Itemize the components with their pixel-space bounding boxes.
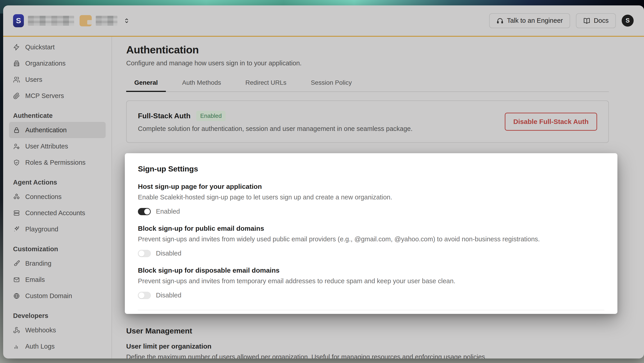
sidebar-section-authenticate: Authenticate: [9, 111, 106, 120]
tab-auth-methods[interactable]: Auth Methods: [174, 76, 229, 92]
sidebar-item-label: Authentication: [25, 126, 67, 134]
sidebar-section-agent-actions: Agent Actions: [9, 177, 106, 187]
sidebar-item-label: Auth Logs: [25, 343, 55, 350]
lock-icon: [13, 127, 20, 134]
sidebar-item-branding[interactable]: Branding: [9, 255, 106, 272]
workspace-switcher[interactable]: [123, 17, 130, 24]
setting-host-sign-up-page-for-your-application: Host sign-up page for your applicationEn…: [138, 183, 604, 215]
toggle-knob: [138, 250, 144, 256]
toggle-knob: [138, 292, 144, 298]
environment-name-redacted: [96, 16, 118, 26]
paperclip-icon: [13, 92, 20, 99]
sidebar-item-quickstart[interactable]: Quickstart: [9, 39, 106, 55]
user-management-title: User Management: [126, 326, 609, 335]
chevrons-up-down-icon: [123, 17, 130, 24]
toggle-knob: [144, 209, 150, 214]
sidebar-item-label: Playground: [25, 226, 58, 233]
page-title: Authentication: [126, 44, 644, 56]
app-window: S Talk to an Engineer Docs S QuickstartO…: [3, 6, 644, 358]
tab-redirect-urls[interactable]: Redirect URLs: [237, 76, 294, 92]
fullstack-auth-title: Full-Stack Auth: [138, 112, 190, 120]
fullstack-auth-card: Full-Stack Auth Enabled Complete solutio…: [126, 100, 609, 143]
top-bar-actions: Talk to an Engineer Docs S: [489, 13, 634, 28]
user-limit-title: User limit per organization: [126, 342, 609, 350]
workspace-area: S: [13, 14, 130, 27]
setting-block-sign-up-for-disposable-email-domains: Block sign-up for disposable email domai…: [138, 266, 604, 299]
sidebar-item-label: Organizations: [25, 60, 66, 67]
sidebar-item-users[interactable]: Users: [9, 72, 106, 88]
toggle-state-label: Disabled: [156, 292, 182, 299]
bar-chart-icon: [13, 343, 20, 350]
top-bar: S Talk to an Engineer Docs S: [3, 6, 644, 36]
sidebar-item-connected-accounts[interactable]: Connected Accounts: [9, 205, 106, 221]
sidebar-item-label: Custom Domain: [25, 292, 72, 300]
sidebar-item-label: Connected Accounts: [25, 209, 85, 217]
talk-to-engineer-button[interactable]: Talk to an Engineer: [489, 13, 570, 28]
sidebar-item-label: Connections: [25, 193, 62, 200]
main-content: Authentication Configure and manage how …: [112, 37, 644, 358]
sidebar-item-webhooks[interactable]: Webhooks: [9, 322, 106, 338]
sidebar-item-label: Branding: [25, 260, 52, 267]
tab-bar: GeneralAuth MethodsRedirect URLsSession …: [126, 76, 609, 92]
sidebar-item-label: Webhooks: [25, 326, 56, 334]
sidebar-item-connections[interactable]: Connections: [9, 188, 106, 205]
page-subtitle: Configure and manage how users sign in t…: [126, 60, 644, 67]
sidebar-item-organizations[interactable]: Organizations: [9, 55, 106, 72]
setting-title: Host sign-up page for your application: [138, 183, 604, 190]
signup-settings-card: Sign-up Settings Host sign-up page for y…: [125, 153, 618, 314]
building-icon: [13, 60, 20, 67]
toggle-row: Enabled: [138, 208, 604, 215]
shield-check-icon: [13, 159, 20, 166]
headphones-icon: [496, 17, 504, 24]
block-sign-up-for-disposable-email-domains-toggle[interactable]: [138, 292, 151, 299]
sidebar: QuickstartOrganizationsUsersMCP ServersA…: [3, 37, 112, 358]
tab-session-policy[interactable]: Session Policy: [302, 76, 360, 92]
sidebar-item-label: Users: [25, 76, 42, 83]
setting-title: Block sign-up for public email domains: [138, 225, 604, 232]
setting-description: Enable Scalekit-hosted sign-up page to l…: [138, 194, 604, 201]
sidebar-item-playground[interactable]: Playground: [9, 221, 106, 237]
block-sign-up-for-public-email-domains-toggle[interactable]: [138, 250, 151, 257]
setting-title: Block sign-up for disposable email domai…: [138, 266, 604, 274]
cubes-icon: [13, 193, 20, 200]
user-management-section: User Management User limit per organizat…: [126, 326, 609, 358]
sidebar-section-customization: Customization: [9, 244, 106, 254]
sidebar-item-label: Quickstart: [25, 44, 55, 51]
sidebar-item-user-attributes[interactable]: User Attributes: [9, 138, 106, 154]
user-avatar[interactable]: S: [622, 15, 634, 26]
sidebar-item-label: Emails: [25, 276, 45, 284]
workspace-name-redacted: [28, 16, 74, 26]
sidebar-item-settings[interactable]: Settings: [9, 354, 106, 358]
sidebar-item-emails[interactable]: Emails: [9, 272, 106, 288]
zap-icon: [13, 44, 20, 51]
host-sign-up-page-for-your-application-toggle[interactable]: [138, 208, 151, 215]
docs-label: Docs: [594, 17, 608, 24]
sidebar-item-authentication[interactable]: Authentication: [9, 122, 106, 138]
sidebar-item-mcp-servers[interactable]: MCP Servers: [9, 88, 106, 104]
globe-icon: [13, 292, 20, 300]
toggle-row: Disabled: [138, 250, 604, 257]
setting-description: Prevent sign-ups and invites from tempor…: [138, 278, 604, 285]
sidebar-section-developers: Developers: [9, 311, 106, 321]
fullstack-auth-info: Full-Stack Auth Enabled Complete solutio…: [138, 111, 412, 132]
fullstack-auth-description: Complete solution for authentication, se…: [138, 125, 412, 132]
sparkle-icon: [13, 226, 20, 233]
sidebar-item-auth-logs[interactable]: Auth Logs: [9, 338, 106, 354]
mail-icon: [13, 276, 20, 283]
tab-general[interactable]: General: [126, 76, 166, 92]
webhook-icon: [13, 327, 20, 334]
card-divider: [138, 310, 604, 310]
setting-block-sign-up-for-public-email-domains: Block sign-up for public email domainsPr…: [138, 225, 604, 257]
sidebar-item-label: Roles & Permissions: [25, 159, 86, 166]
enabled-badge: Enabled: [196, 111, 225, 121]
project-icon-redacted: [80, 15, 92, 26]
talk-to-engineer-label: Talk to an Engineer: [507, 17, 563, 24]
toggle-state-label: Disabled: [156, 250, 182, 257]
disable-fullstack-auth-button[interactable]: Disable Full-Stack Auth: [505, 113, 597, 131]
user-gear-icon: [13, 143, 20, 150]
sidebar-item-custom-domain[interactable]: Custom Domain: [9, 288, 106, 304]
brush-icon: [13, 260, 20, 267]
stack-icon: [13, 210, 20, 216]
sidebar-item-roles-permissions[interactable]: Roles & Permissions: [9, 154, 106, 170]
docs-button[interactable]: Docs: [576, 13, 616, 28]
